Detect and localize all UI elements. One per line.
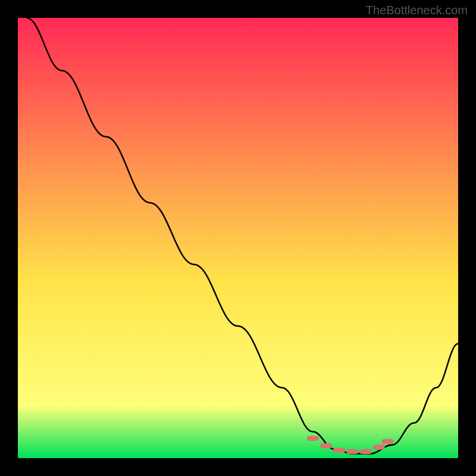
marker-dot: [350, 449, 355, 454]
marker-dot: [310, 436, 315, 441]
chart-background: [18, 18, 458, 458]
marker-dot: [324, 443, 329, 449]
chart-svg: [18, 18, 458, 458]
marker-dot: [376, 444, 381, 450]
marker-dot: [337, 447, 342, 453]
watermark-text: TheBottleneck.com: [366, 4, 468, 17]
marker-dot: [385, 439, 390, 444]
marker-dot: [363, 449, 368, 454]
chart-area: [18, 18, 458, 458]
